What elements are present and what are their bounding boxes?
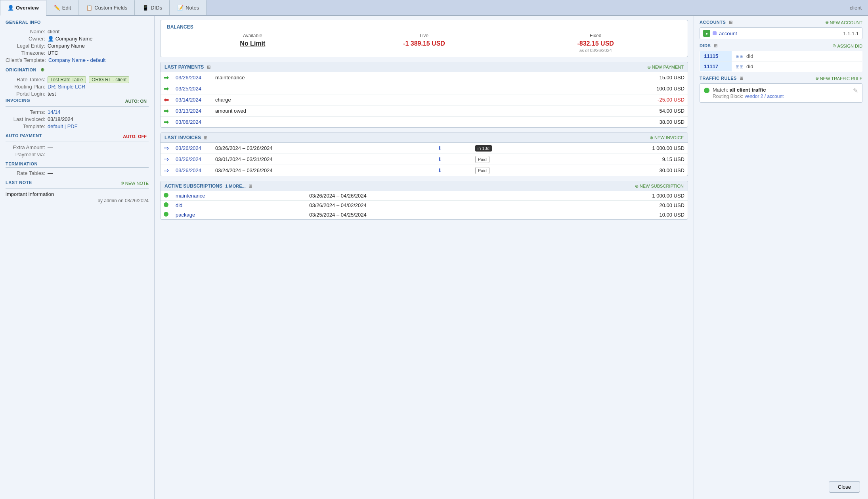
template-value[interactable]: Company Name - default — [48, 57, 106, 63]
invoice-arrow: ⇒ — [164, 145, 169, 152]
subscription-name[interactable]: package — [172, 210, 306, 220]
did-row[interactable]: 11117 ⊞⊞ did — [700, 61, 862, 72]
subscriptions-header: ACTIVE SUBSCRIPTIONS 1 MORE... ⊞ NEW SUB… — [161, 181, 688, 191]
invoice-download-icon[interactable]: ⬇ — [434, 143, 472, 154]
did-icon: ⊞⊞ — [736, 54, 744, 59]
payment-date[interactable]: 03/13/2024 — [172, 106, 212, 117]
general-info-title: GENERAL INFO — [6, 20, 149, 26]
traffic-routing: Routing Block: vendor 2 / account — [713, 94, 784, 99]
invoice-download-icon[interactable]: ⬇ — [434, 165, 472, 176]
payment-row[interactable]: ➡ 03/26/2024 maintenance 15.00 USD — [161, 72, 688, 83]
traffic-box: Match: all client traffic Routing Block:… — [700, 83, 862, 103]
did-icon: ⊞⊞ — [736, 64, 744, 69]
rate-table-2[interactable]: ORIG RT - client — [89, 76, 129, 83]
subscription-amount: 20.00 USD — [543, 201, 688, 210]
accounts-header: ACCOUNTS ⊞ NEW ACCOUNT — [700, 20, 862, 25]
did-name: ⊞⊞ did — [732, 61, 862, 72]
invoice-row[interactable]: ⇒ 03/26/2024 03/26/2024 – 03/26/2024 ⬇ i… — [161, 143, 688, 154]
invoice-date[interactable]: 03/26/2024 — [172, 143, 212, 154]
invoices-table: ⇒ 03/26/2024 03/26/2024 – 03/26/2024 ⬇ i… — [161, 143, 688, 176]
invoice-period: 03/24/2024 – 03/26/2024 — [212, 165, 434, 176]
subscription-row[interactable]: maintenance 03/26/2024 – 04/26/2024 1 00… — [161, 191, 688, 201]
subscription-row[interactable]: did 03/26/2024 – 04/02/2024 20.00 USD — [161, 201, 688, 210]
invoicing-header: INVOICING AUTO: ON — [6, 98, 149, 104]
origination-add-icon[interactable]: ⊕ — [40, 67, 45, 73]
payment-via-value: — — [48, 152, 53, 157]
dids-info-icon[interactable]: ⊞ — [714, 43, 718, 48]
new-note-link[interactable]: NEW NOTE — [120, 180, 149, 186]
payment-date[interactable]: 03/25/2024 — [172, 83, 212, 94]
tab-spacer — [206, 0, 849, 15]
new-subscription-link[interactable]: NEW SUBSCRIPTION — [635, 184, 684, 189]
invoice-template-value[interactable]: default | PDF — [48, 123, 78, 129]
dids-table: 11115 ⊞⊞ did 11117 ⊞⊞ did — [700, 51, 862, 72]
subscription-dot — [164, 212, 168, 217]
accounts-title: ACCOUNTS ⊞ — [700, 20, 732, 25]
invoice-period: 03/26/2024 – 03/26/2024 — [212, 143, 434, 154]
traffic-rules-info-icon[interactable]: ⊞ — [740, 76, 744, 81]
payments-table: ➡ 03/26/2024 maintenance 15.00 USD ➡ 03/… — [161, 72, 688, 127]
portal-login-label: Portal Login: — [6, 91, 45, 97]
invoice-arrow: ⇒ — [164, 156, 169, 163]
term-rate-tables-label: Rate Tables: — [6, 170, 45, 176]
close-button[interactable]: Close — [829, 481, 860, 493]
payment-amount: 38.00 USD — [459, 117, 688, 128]
invoice-date[interactable]: 03/26/2024 — [172, 154, 212, 165]
tab-bar: 👤 Overview ✏️ Edit 📋 Custom Fields 📱 DID… — [0, 0, 868, 16]
payment-amount: 100.00 USD — [459, 83, 688, 94]
new-payment-link[interactable]: NEW PAYMENT — [647, 65, 684, 70]
payment-date[interactable]: 03/14/2024 — [172, 94, 212, 106]
last-invoices-header: LAST INVOICES ⊞ NEW INVOICE — [161, 133, 688, 143]
did-number[interactable]: 11115 — [700, 51, 732, 61]
invoice-amount: 30.00 USD — [553, 165, 688, 176]
subscription-name[interactable]: maintenance — [172, 191, 306, 201]
did-number[interactable]: 11117 — [700, 61, 732, 72]
assign-did-link[interactable]: ASSIGN DID — [832, 43, 862, 48]
left-panel: GENERAL INFO Name: client Owner: 👤 Compa… — [0, 16, 155, 499]
account-name[interactable]: account — [719, 31, 737, 36]
invoice-row[interactable]: ⇒ 03/26/2024 03/01/2024 – 03/31/2024 ⬇ P… — [161, 154, 688, 165]
tab-custom-fields[interactable]: 📋 Custom Fields — [78, 0, 135, 15]
payment-row[interactable]: ➡ 03/13/2024 amount owed 54.00 USD — [161, 106, 688, 117]
payment-description — [212, 117, 459, 128]
accounts-info-icon[interactable]: ⊞ — [729, 20, 733, 25]
subscriptions-info-icon[interactable]: ⊞ — [249, 184, 252, 188]
invoice-status: Paid — [472, 165, 553, 176]
name-row: Name: client — [6, 29, 149, 35]
payment-row[interactable]: ➡ 03/08/2024 38.00 USD — [161, 117, 688, 128]
invoice-row[interactable]: ⇒ 03/26/2024 03/24/2024 – 03/26/2024 ⬇ P… — [161, 165, 688, 176]
tab-overview[interactable]: 👤 Overview — [0, 0, 46, 16]
overview-icon: 👤 — [8, 5, 14, 11]
payment-row[interactable]: ⬅ 03/14/2024 charge -25.00 USD — [161, 94, 688, 106]
tab-edit[interactable]: ✏️ Edit — [46, 0, 78, 15]
fixed-date: as of 03/26/2024 — [510, 48, 681, 53]
subscription-name[interactable]: did — [172, 201, 306, 210]
subscriptions-more-link[interactable]: 1 MORE... — [225, 184, 245, 188]
traffic-edit-icon[interactable]: ✎ — [853, 87, 858, 94]
timezone-label: Timezone: — [6, 50, 45, 56]
legal-entity-row: Legal Entity: Company Name — [6, 43, 149, 49]
new-traffic-rule-link[interactable]: NEW TRAFFIC RULE — [815, 76, 862, 81]
last-invoices-box: LAST INVOICES ⊞ NEW INVOICE ⇒ 03/26/2024… — [160, 132, 688, 176]
fixed-col: Fixed -832.15 USD as of 03/26/2024 — [510, 33, 681, 53]
tab-notes[interactable]: 📝 Notes — [170, 0, 206, 15]
new-invoice-link[interactable]: NEW INVOICE — [650, 135, 684, 140]
subscription-amount: 1 000.00 USD — [543, 191, 688, 201]
payment-date[interactable]: 03/08/2024 — [172, 117, 212, 128]
timezone-value: UTC — [48, 50, 58, 56]
did-row[interactable]: 11115 ⊞⊞ did — [700, 51, 862, 61]
rate-table-1[interactable]: Test Rate Table — [48, 76, 86, 83]
payment-row[interactable]: ➡ 03/25/2024 100.00 USD — [161, 83, 688, 94]
last-invoices-info-icon[interactable]: ⊞ — [204, 135, 207, 140]
last-payments-info-icon[interactable]: ⊞ — [207, 65, 210, 69]
terms-value[interactable]: 14/14 — [48, 109, 61, 115]
new-account-link[interactable]: NEW ACCOUNT — [825, 20, 863, 25]
invoice-download-icon[interactable]: ⬇ — [434, 154, 472, 165]
subscription-row[interactable]: package 03/25/2024 – 04/25/2024 10.00 US… — [161, 210, 688, 220]
tab-dids[interactable]: 📱 DIDs — [135, 0, 170, 15]
invoice-arrow: ⇒ — [164, 167, 169, 174]
invoice-date[interactable]: 03/26/2024 — [172, 165, 212, 176]
payment-date[interactable]: 03/26/2024 — [172, 72, 212, 83]
routing-plan-value[interactable]: DR: Simple LCR — [48, 84, 85, 90]
term-rate-tables-row: Rate Tables: — — [6, 170, 149, 176]
